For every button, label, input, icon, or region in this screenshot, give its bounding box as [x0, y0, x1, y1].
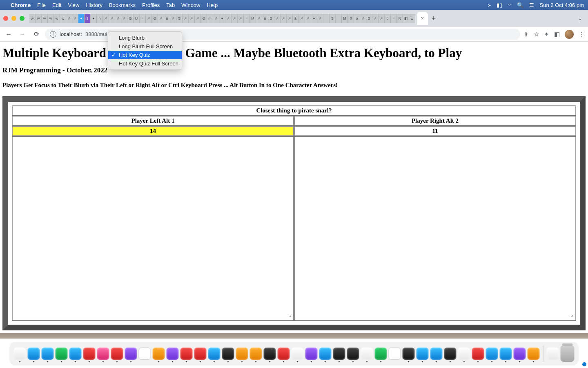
pinned-tab[interactable]: M: [342, 14, 348, 23]
pinned-tab[interactable]: G: [152, 14, 158, 23]
dock-tv-icon[interactable]: [222, 348, 234, 360]
pinned-tab[interactable]: ↗: [317, 14, 323, 23]
dock-messages-icon[interactable]: [56, 348, 68, 360]
pinned-tab[interactable]: w: [36, 14, 42, 23]
dock-app-icon[interactable]: [236, 348, 248, 360]
dock-terminal-icon[interactable]: [333, 348, 345, 360]
pinned-tab[interactable]: ↗: [379, 14, 385, 23]
pinned-tab[interactable]: ↗: [287, 14, 293, 23]
pinned-tab[interactable]: ↗: [213, 14, 219, 23]
pinned-tab[interactable]: ↗: [115, 14, 121, 23]
dock-app-icon[interactable]: [194, 348, 207, 360]
tab-close-icon[interactable]: ×: [421, 16, 424, 21]
dock-mail-icon[interactable]: [69, 348, 82, 360]
share-icon[interactable]: ⇪: [523, 31, 529, 38]
minimize-window-button[interactable]: [11, 16, 16, 21]
pinned-tab[interactable]: n: [97, 14, 103, 23]
pinned-tab[interactable]: ●: [311, 14, 317, 23]
menu-view[interactable]: View: [68, 2, 79, 8]
zoom-window-button[interactable]: [20, 16, 24, 21]
pinned-tab[interactable]: G: [201, 14, 207, 23]
pinned-tab[interactable]: ↗: [299, 14, 305, 23]
pinned-tab[interactable]: G: [366, 14, 372, 23]
dock-app-icon[interactable]: [167, 348, 179, 360]
dock-app-icon[interactable]: [264, 348, 276, 360]
pinned-tab[interactable]: o: [385, 14, 391, 23]
pinned-tab[interactable]: m: [207, 14, 213, 23]
pinned-tab[interactable]: ↗: [72, 14, 78, 23]
pinned-tab[interactable]: ↗: [274, 14, 281, 23]
pinned-tab[interactable]: ↗: [121, 14, 127, 23]
active-tab[interactable]: ×: [417, 12, 428, 25]
pinned-tab[interactable]: w: [60, 14, 66, 23]
pinned-tab[interactable]: ◧: [403, 14, 409, 23]
menubar-app-name[interactable]: Chrome: [11, 2, 31, 8]
pinned-tab[interactable]: ※: [293, 14, 299, 23]
dock-app-icon[interactable]: [375, 348, 387, 360]
pinned-tab[interactable]: w: [409, 14, 415, 23]
dock-app-icon[interactable]: [83, 348, 96, 360]
dock-app-icon[interactable]: [472, 348, 484, 360]
dropdown-option[interactable]: Long Blurb Full Screen: [108, 42, 182, 51]
wifi-icon[interactable]: ⌔: [508, 2, 511, 8]
pinned-tab[interactable]: ↗: [109, 14, 115, 23]
dock-podcasts-icon[interactable]: [305, 348, 318, 360]
dock-safari-icon[interactable]: [42, 348, 54, 360]
new-tab-button[interactable]: +: [428, 14, 439, 23]
pinned-tab[interactable]: o: [354, 14, 360, 23]
battery-icon[interactable]: ▮▯: [497, 2, 502, 8]
menu-bookmarks[interactable]: Bookmarks: [109, 2, 136, 8]
reload-button[interactable]: ⟳: [31, 29, 42, 40]
pinned-tab[interactable]: 8: [348, 14, 354, 23]
dock-gimp-icon[interactable]: [403, 348, 415, 360]
dock-trash-icon[interactable]: [561, 346, 575, 362]
pinned-tab[interactable]: ↗: [360, 14, 366, 23]
pinned-tab[interactable]: ↗: [305, 14, 311, 23]
pinned-tab[interactable]: G: [127, 14, 134, 23]
pinned-tab[interactable]: S: [330, 14, 336, 23]
dock-opera-icon[interactable]: [111, 348, 123, 360]
pinned-tab[interactable]: [336, 14, 342, 23]
menu-help[interactable]: Help: [207, 2, 218, 8]
forward-button[interactable]: →: [17, 29, 28, 40]
pinned-tab[interactable]: G: [268, 14, 274, 23]
close-window-button[interactable]: [3, 16, 8, 21]
pinned-tab[interactable]: ↗: [372, 14, 379, 23]
bookmark-icon[interactable]: ☆: [534, 31, 539, 38]
pinned-tab[interactable]: [323, 14, 330, 23]
pinned-tab[interactable]: ↗: [281, 14, 287, 23]
dock-app-icon[interactable]: [430, 348, 443, 360]
pinned-tab[interactable]: ↗: [66, 14, 72, 23]
pinned-tab[interactable]: S: [176, 14, 183, 23]
dock-zoom-icon[interactable]: [416, 348, 429, 360]
pinned-tab[interactable]: ↗: [195, 14, 201, 23]
pinned-tab[interactable]: M: [250, 14, 256, 23]
pinned-tab[interactable]: ↗: [225, 14, 232, 23]
pinned-tab[interactable]: ↗: [232, 14, 238, 23]
dock-app-icon[interactable]: [389, 348, 401, 360]
dock-app-icon[interactable]: [153, 348, 165, 360]
pinned-tab[interactable]: ●: [219, 14, 225, 23]
pinned-tab[interactable]: ≡: [391, 14, 397, 23]
mode-select-dropdown[interactable]: Long Blurb Long Blurb Full Screen Hot Ke…: [108, 31, 182, 70]
dock-filezilla-icon[interactable]: [278, 348, 290, 360]
profile-avatar[interactable]: [565, 30, 574, 39]
pinned-tab[interactable]: w: [42, 14, 48, 23]
dock-app-icon[interactable]: [292, 348, 304, 360]
dock-app-icon[interactable]: [319, 348, 332, 360]
pinned-tab[interactable]: ↗: [238, 14, 244, 23]
sidepanel-icon[interactable]: ◧: [554, 31, 560, 38]
pinned-tab[interactable]: ↗: [189, 14, 195, 23]
dock-firefox2-icon[interactable]: [528, 348, 540, 360]
pinned-tab[interactable]: n: [262, 14, 268, 23]
extensions-icon[interactable]: ✦: [544, 31, 549, 38]
pinned-tab[interactable]: n: [164, 14, 170, 23]
pinned-tab[interactable]: ↗: [170, 14, 176, 23]
pinned-tab[interactable]: ↗: [183, 14, 189, 23]
pinned-tab[interactable]: ≡: [244, 14, 250, 23]
pinned-tab[interactable]: 9: [85, 14, 91, 23]
menubar-clock[interactable]: Sun 2 Oct 4:06 pm: [540, 2, 584, 8]
dropdown-option[interactable]: Hot Key Quiz Full Screen: [108, 59, 182, 68]
pinned-tab[interactable]: ●: [78, 14, 85, 23]
player-right-textarea[interactable]: [296, 138, 574, 318]
